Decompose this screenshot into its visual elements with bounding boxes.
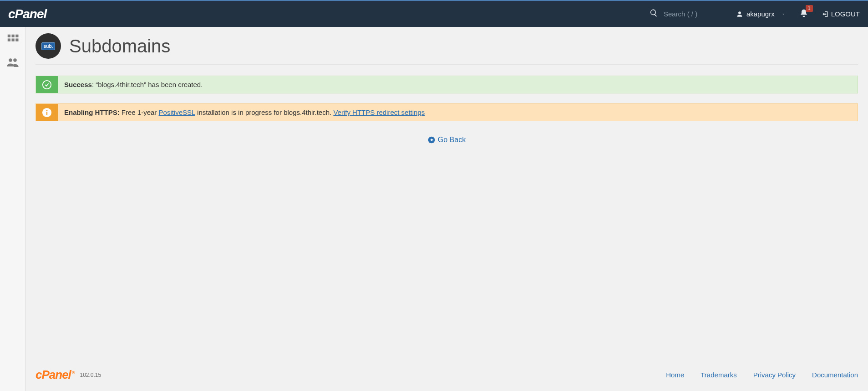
info-icon-col [36,104,58,121]
arrow-left-circle-icon [428,136,435,144]
sidebar [0,27,25,391]
logout-button[interactable]: LOGOUT [821,10,860,18]
registered-symbol: ® [72,370,75,375]
sidebar-item-users[interactable] [5,55,21,70]
notification-badge: 1 [806,5,813,12]
page-header: sub. Subdomains [36,33,858,65]
sidebar-item-apps[interactable] [5,32,21,47]
user-icon [736,11,743,17]
notifications-button[interactable]: 1 [799,9,808,20]
alert-info-label: Enabling HTTPS: [64,108,120,116]
svg-rect-3 [46,112,47,115]
svg-point-0 [43,80,51,88]
alert-success-msg: : “blogs.4thir.tech” has been created. [92,81,203,88]
footer-link-home[interactable]: Home [666,371,684,379]
verify-https-link[interactable]: Verify HTTPS redirect settings [333,108,425,116]
cpanel-logo[interactable]: cPanel [8,7,46,21]
search-group [650,9,718,19]
alert-info: Enabling HTTPS: Free 1-year PositiveSSL … [36,103,858,121]
footer-cpanel-logo[interactable]: cPanel® [36,368,74,382]
subdomain-badge-label: sub. [41,42,56,50]
alert-info-mid: installation is in progress for blogs.4t… [195,108,334,116]
cpanel-logo-text: cPanel [8,7,46,21]
positivessl-link[interactable]: PositiveSSL [159,108,195,116]
page-title: Subdomains [69,36,170,57]
alert-success-label: Success [64,81,92,88]
apps-grid-icon [6,33,20,46]
footer-link-docs[interactable]: Documentation [812,371,858,379]
users-icon [6,56,20,69]
go-back-link[interactable]: Go Back [428,136,466,144]
footer-link-trademarks[interactable]: Trademarks [700,371,736,379]
alert-success: Success: “blogs.4thir.tech” has been cre… [36,76,858,93]
logout-icon [821,10,828,18]
username-label: akapugrx [746,10,775,18]
go-back-row: Go Back [36,136,858,145]
search-input[interactable] [664,10,718,18]
footer-version: 102.0.15 [80,372,101,378]
alert-success-body: Success: “blogs.4thir.tech” has been cre… [58,76,858,93]
footer-links: Home Trademarks Privacy Policy Documenta… [666,371,858,379]
caret-down-icon [781,12,786,16]
search-icon[interactable] [650,9,658,19]
subdomains-icon: sub. [36,33,61,59]
success-icon-col [36,76,58,93]
footer-link-privacy[interactable]: Privacy Policy [753,371,796,379]
alert-info-pre: Free 1-year [120,108,159,116]
check-circle-icon [42,80,52,90]
go-back-label: Go Back [438,136,466,144]
top-nav: cPanel akapugrx 1 LOGOUT [0,0,868,27]
svg-point-2 [46,110,48,111]
user-menu[interactable]: akapugrx [736,10,786,18]
footer: cPanel® 102.0.15 Home Trademarks Privacy… [25,361,868,391]
info-circle-icon [42,108,52,118]
logout-label: LOGOUT [831,10,860,18]
alert-info-body: Enabling HTTPS: Free 1-year PositiveSSL … [58,104,858,121]
